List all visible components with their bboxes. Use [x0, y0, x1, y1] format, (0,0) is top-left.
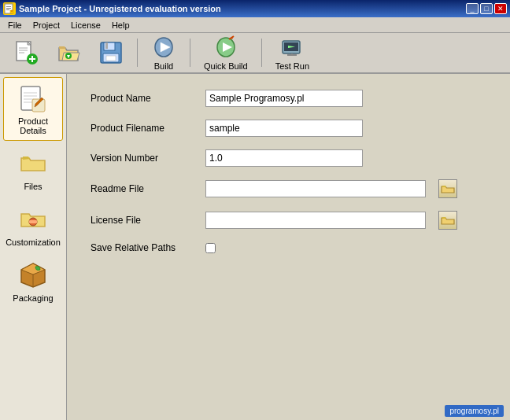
- menu-file[interactable]: File: [3, 19, 27, 31]
- menu-bar: File Project License Help: [0, 17, 510, 33]
- readme-file-input[interactable]: [205, 180, 426, 197]
- build-button[interactable]: Build: [144, 32, 183, 73]
- new-button[interactable]: [6, 38, 46, 68]
- readme-file-row: Readme File: [91, 179, 486, 198]
- toolbar: Build Quick Build Test Run: [0, 33, 510, 74]
- sidebar-item-files-label: Files: [24, 182, 42, 191]
- svg-rect-19: [105, 42, 108, 49]
- svg-rect-2: [6, 8, 11, 9]
- test-run-label: Test Run: [275, 61, 309, 71]
- product-name-input[interactable]: [205, 90, 363, 107]
- files-icon: [17, 148, 49, 179]
- content-panel: Product Name Product Filename Version Nu…: [67, 74, 510, 420]
- license-file-browse-button[interactable]: [438, 211, 457, 230]
- window-title: Sample Project - Unregistered evaluation…: [19, 4, 221, 13]
- close-button[interactable]: ✕: [494, 3, 507, 14]
- product-name-row: Product Name: [91, 90, 486, 107]
- sidebar: Product Details Files Customization: [0, 74, 67, 420]
- toolbar-separator-2: [190, 39, 190, 67]
- readme-file-label: Readme File: [91, 183, 193, 194]
- menu-license[interactable]: License: [66, 19, 105, 31]
- title-bar-left: Sample Project - Unregistered evaluation…: [3, 2, 221, 15]
- product-filename-label: Product Filename: [91, 123, 193, 134]
- save-relative-paths-row: Save Relative Paths: [91, 242, 486, 253]
- version-number-input[interactable]: [205, 149, 363, 167]
- title-bar: Sample Project - Unregistered evaluation…: [0, 0, 510, 17]
- footer-badge: programosy.pl: [445, 405, 504, 417]
- main-area: Product Details Files Customization: [0, 74, 510, 420]
- product-details-icon: [17, 83, 49, 114]
- svg-rect-21: [106, 56, 116, 61]
- sidebar-item-product-details-label: Product Details: [7, 116, 59, 135]
- svg-rect-37: [29, 220, 37, 223]
- quick-build-button[interactable]: Quick Build: [197, 32, 255, 73]
- license-file-input[interactable]: [205, 212, 426, 229]
- open-button[interactable]: [49, 38, 88, 68]
- version-number-row: Version Number: [91, 149, 486, 167]
- sidebar-item-files[interactable]: Files: [3, 142, 63, 197]
- version-number-label: Version Number: [91, 153, 193, 164]
- svg-rect-1: [6, 6, 11, 7]
- sidebar-item-customization-label: Customization: [6, 238, 61, 247]
- toolbar-separator-3: [261, 39, 262, 67]
- sidebar-item-packaging[interactable]: Packaging: [3, 254, 63, 308]
- maximize-button[interactable]: □: [480, 3, 493, 14]
- build-label: Build: [154, 61, 173, 71]
- license-file-row: License File: [91, 211, 486, 230]
- title-bar-buttons: _ □ ✕: [466, 3, 507, 14]
- product-name-label: Product Name: [91, 93, 193, 104]
- packaging-icon: [17, 260, 49, 291]
- product-filename-row: Product Filename: [91, 120, 486, 137]
- test-run-button[interactable]: Test Run: [268, 32, 316, 73]
- quick-build-label: Quick Build: [204, 61, 248, 71]
- minimize-button[interactable]: _: [466, 3, 479, 14]
- license-file-label: License File: [91, 215, 193, 226]
- save-relative-paths-checkbox[interactable]: [205, 243, 216, 253]
- sidebar-item-customization[interactable]: Customization: [3, 198, 63, 252]
- save-button[interactable]: [91, 38, 131, 68]
- svg-rect-3: [6, 9, 9, 10]
- toolbar-separator-1: [137, 39, 138, 67]
- menu-project[interactable]: Project: [28, 19, 65, 31]
- menu-help[interactable]: Help: [107, 19, 135, 31]
- app-icon: [3, 2, 16, 15]
- sidebar-item-packaging-label: Packaging: [13, 293, 53, 303]
- sidebar-item-product-details[interactable]: Product Details: [3, 77, 63, 141]
- product-filename-input[interactable]: [205, 120, 363, 137]
- readme-file-browse-button[interactable]: [438, 179, 457, 198]
- save-relative-paths-label: Save Relative Paths: [91, 242, 193, 253]
- customization-icon: [17, 204, 49, 235]
